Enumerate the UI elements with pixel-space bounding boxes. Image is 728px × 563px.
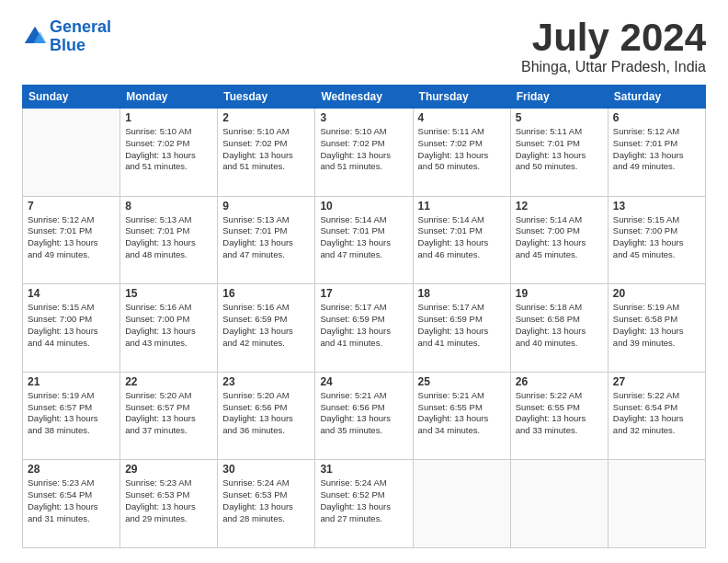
- calendar-header-cell: Sunday: [23, 86, 120, 109]
- calendar-cell: 25Sunrise: 5:21 AMSunset: 6:55 PMDayligh…: [413, 372, 510, 460]
- calendar-cell: 26Sunrise: 5:22 AMSunset: 6:55 PMDayligh…: [510, 372, 608, 460]
- calendar-week-row: 14Sunrise: 5:15 AMSunset: 7:00 PMDayligh…: [23, 284, 706, 373]
- day-number: 24: [320, 375, 407, 388]
- calendar-week-row: 7Sunrise: 5:12 AMSunset: 7:01 PMDaylight…: [23, 196, 706, 284]
- cell-info: Sunrise: 5:20 AMSunset: 6:57 PMDaylight:…: [125, 390, 212, 437]
- day-number: 22: [125, 375, 212, 388]
- day-number: 10: [320, 200, 407, 213]
- day-number: 8: [125, 200, 212, 213]
- calendar-week-row: 28Sunrise: 5:23 AMSunset: 6:54 PMDayligh…: [23, 460, 706, 548]
- calendar-cell: 1Sunrise: 5:10 AMSunset: 7:02 PMDaylight…: [120, 109, 218, 197]
- day-number: 5: [516, 111, 603, 124]
- calendar-cell: 23Sunrise: 5:20 AMSunset: 6:56 PMDayligh…: [218, 372, 315, 460]
- calendar-cell: 18Sunrise: 5:17 AMSunset: 6:59 PMDayligh…: [413, 284, 510, 373]
- calendar-cell: 5Sunrise: 5:11 AMSunset: 7:01 PMDaylight…: [510, 109, 608, 197]
- calendar-cell: 2Sunrise: 5:10 AMSunset: 7:02 PMDaylight…: [218, 109, 315, 197]
- calendar-cell: 14Sunrise: 5:15 AMSunset: 7:00 PMDayligh…: [23, 284, 120, 373]
- cell-info: Sunrise: 5:11 AMSunset: 7:01 PMDaylight:…: [516, 126, 603, 173]
- calendar-cell: 21Sunrise: 5:19 AMSunset: 6:57 PMDayligh…: [23, 372, 120, 460]
- calendar-cell: 22Sunrise: 5:20 AMSunset: 6:57 PMDayligh…: [120, 372, 218, 460]
- cell-info: Sunrise: 5:10 AMSunset: 7:02 PMDaylight:…: [222, 126, 310, 173]
- day-number: 4: [418, 111, 506, 124]
- calendar-header-cell: Friday: [510, 86, 608, 109]
- calendar-cell: 29Sunrise: 5:23 AMSunset: 6:53 PMDayligh…: [120, 460, 218, 548]
- calendar-header-cell: Monday: [120, 86, 218, 109]
- cell-info: Sunrise: 5:21 AMSunset: 6:56 PMDaylight:…: [320, 390, 407, 437]
- calendar-body: 1Sunrise: 5:10 AMSunset: 7:02 PMDaylight…: [23, 109, 706, 548]
- title-block: July 2024 Bhinga, Uttar Pradesh, India: [521, 18, 706, 75]
- cell-info: Sunrise: 5:15 AMSunset: 7:00 PMDaylight:…: [28, 302, 115, 349]
- day-number: 7: [28, 200, 115, 213]
- calendar-cell: 10Sunrise: 5:14 AMSunset: 7:01 PMDayligh…: [315, 196, 413, 284]
- calendar-cell: [23, 109, 120, 197]
- day-number: 6: [613, 111, 700, 124]
- day-number: 16: [222, 287, 310, 300]
- cell-info: Sunrise: 5:16 AMSunset: 6:59 PMDaylight:…: [222, 302, 310, 349]
- day-number: 9: [222, 200, 310, 213]
- cell-info: Sunrise: 5:10 AMSunset: 7:02 PMDaylight:…: [320, 126, 407, 173]
- calendar-cell: 4Sunrise: 5:11 AMSunset: 7:02 PMDaylight…: [413, 109, 510, 197]
- day-number: 27: [613, 375, 700, 388]
- cell-info: Sunrise: 5:19 AMSunset: 6:57 PMDaylight:…: [28, 390, 115, 437]
- cell-info: Sunrise: 5:10 AMSunset: 7:02 PMDaylight:…: [125, 126, 212, 173]
- calendar-cell: [413, 460, 510, 548]
- calendar-cell: 7Sunrise: 5:12 AMSunset: 7:01 PMDaylight…: [23, 196, 120, 284]
- cell-info: Sunrise: 5:19 AMSunset: 6:58 PMDaylight:…: [613, 302, 700, 349]
- calendar-cell: 11Sunrise: 5:14 AMSunset: 7:01 PMDayligh…: [413, 196, 510, 284]
- day-number: 2: [222, 111, 310, 124]
- cell-info: Sunrise: 5:12 AMSunset: 7:01 PMDaylight:…: [28, 214, 115, 261]
- calendar-cell: 30Sunrise: 5:24 AMSunset: 6:53 PMDayligh…: [218, 460, 315, 548]
- cell-info: Sunrise: 5:18 AMSunset: 6:58 PMDaylight:…: [516, 302, 603, 349]
- cell-info: Sunrise: 5:22 AMSunset: 6:54 PMDaylight:…: [613, 390, 700, 437]
- day-number: 12: [516, 200, 603, 213]
- day-number: 15: [125, 287, 212, 300]
- calendar-cell: 17Sunrise: 5:17 AMSunset: 6:59 PMDayligh…: [315, 284, 413, 373]
- day-number: 19: [516, 287, 603, 300]
- cell-info: Sunrise: 5:16 AMSunset: 7:00 PMDaylight:…: [125, 302, 212, 349]
- cell-info: Sunrise: 5:14 AMSunset: 7:01 PMDaylight:…: [320, 214, 407, 261]
- day-number: 3: [320, 111, 407, 124]
- day-number: 29: [125, 463, 212, 476]
- calendar-cell: 3Sunrise: 5:10 AMSunset: 7:02 PMDaylight…: [315, 109, 413, 197]
- day-number: 28: [28, 463, 115, 476]
- day-number: 23: [222, 375, 310, 388]
- cell-info: Sunrise: 5:13 AMSunset: 7:01 PMDaylight:…: [222, 214, 310, 261]
- cell-info: Sunrise: 5:12 AMSunset: 7:01 PMDaylight:…: [613, 126, 700, 173]
- day-number: 17: [320, 287, 407, 300]
- day-number: 21: [28, 375, 115, 388]
- calendar-week-row: 1Sunrise: 5:10 AMSunset: 7:02 PMDaylight…: [23, 109, 706, 197]
- day-number: 14: [28, 287, 115, 300]
- calendar-table: SundayMondayTuesdayWednesdayThursdayFrid…: [22, 85, 706, 548]
- calendar-cell: 27Sunrise: 5:22 AMSunset: 6:54 PMDayligh…: [608, 372, 705, 460]
- calendar-cell: 9Sunrise: 5:13 AMSunset: 7:01 PMDaylight…: [218, 196, 315, 284]
- calendar-cell: 19Sunrise: 5:18 AMSunset: 6:58 PMDayligh…: [510, 284, 608, 373]
- day-number: 25: [418, 375, 506, 388]
- cell-info: Sunrise: 5:17 AMSunset: 6:59 PMDaylight:…: [320, 302, 407, 349]
- cell-info: Sunrise: 5:15 AMSunset: 7:00 PMDaylight:…: [613, 214, 700, 261]
- calendar-cell: 8Sunrise: 5:13 AMSunset: 7:01 PMDaylight…: [120, 196, 218, 284]
- calendar-cell: 15Sunrise: 5:16 AMSunset: 7:00 PMDayligh…: [120, 284, 218, 373]
- calendar-cell: 28Sunrise: 5:23 AMSunset: 6:54 PMDayligh…: [23, 460, 120, 548]
- cell-info: Sunrise: 5:24 AMSunset: 6:53 PMDaylight:…: [222, 477, 310, 524]
- cell-info: Sunrise: 5:14 AMSunset: 7:00 PMDaylight:…: [516, 214, 603, 261]
- calendar-cell: 13Sunrise: 5:15 AMSunset: 7:00 PMDayligh…: [608, 196, 705, 284]
- calendar-header-cell: Wednesday: [315, 86, 413, 109]
- logo-text: GeneralBlue: [50, 18, 111, 55]
- cell-info: Sunrise: 5:14 AMSunset: 7:01 PMDaylight:…: [418, 214, 506, 261]
- day-number: 1: [125, 111, 212, 124]
- cell-info: Sunrise: 5:17 AMSunset: 6:59 PMDaylight:…: [418, 302, 506, 349]
- calendar-cell: 31Sunrise: 5:24 AMSunset: 6:52 PMDayligh…: [315, 460, 413, 548]
- day-number: 30: [222, 463, 310, 476]
- day-number: 26: [516, 375, 603, 388]
- logo-icon: [22, 24, 48, 50]
- calendar-header-cell: Saturday: [608, 86, 705, 109]
- day-number: 20: [613, 287, 700, 300]
- cell-info: Sunrise: 5:22 AMSunset: 6:55 PMDaylight:…: [516, 390, 603, 437]
- cell-info: Sunrise: 5:24 AMSunset: 6:52 PMDaylight:…: [320, 477, 407, 524]
- subtitle: Bhinga, Uttar Pradesh, India: [521, 59, 706, 75]
- day-number: 13: [613, 200, 700, 213]
- cell-info: Sunrise: 5:23 AMSunset: 6:54 PMDaylight:…: [28, 477, 115, 524]
- calendar-header-cell: Thursday: [413, 86, 510, 109]
- page: GeneralBlue July 2024 Bhinga, Uttar Prad…: [0, 0, 728, 563]
- cell-info: Sunrise: 5:13 AMSunset: 7:01 PMDaylight:…: [125, 214, 212, 261]
